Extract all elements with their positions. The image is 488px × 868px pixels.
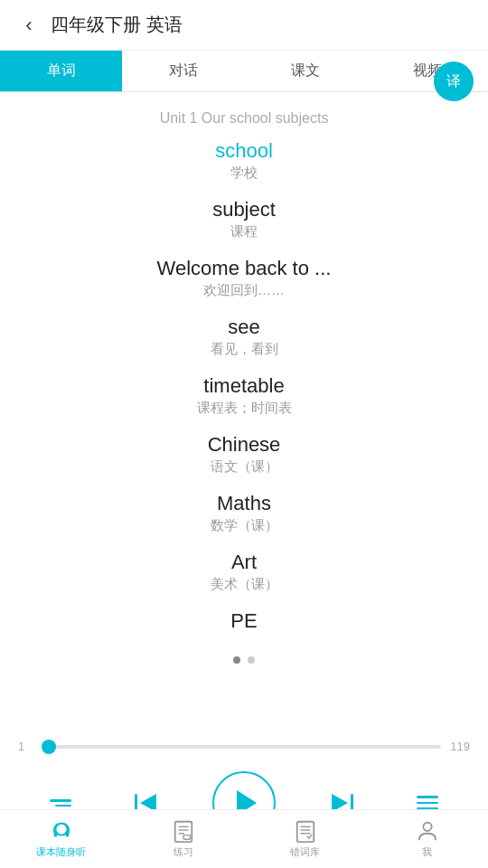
- word-chinese: 学校: [0, 165, 488, 182]
- word-item: PE: [0, 609, 488, 633]
- dot-2: [248, 656, 255, 664]
- translate-button[interactable]: 译: [434, 61, 474, 101]
- menu-icon: [417, 796, 438, 810]
- nav-item-wordbank[interactable]: 错词库: [244, 810, 366, 868]
- word-chinese: 课程: [0, 223, 488, 241]
- nav-label-practice: 练习: [174, 845, 193, 859]
- dot-1: [233, 656, 240, 664]
- word-english: Welcome back to ...: [0, 257, 488, 280]
- wordbank-icon: [294, 819, 317, 843]
- word-item: Art 美术（课）: [0, 551, 488, 593]
- progress-bar[interactable]: [45, 745, 441, 749]
- user-icon: [416, 819, 439, 843]
- word-chinese: 看见，看到: [0, 341, 488, 358]
- word-english: school: [0, 139, 488, 163]
- nav-label-wordbank: 错词库: [290, 845, 320, 859]
- back-icon: ‹: [25, 14, 32, 37]
- word-english: PE: [0, 609, 488, 633]
- svg-rect-11: [183, 835, 190, 840]
- practice-icon: [172, 819, 195, 843]
- progress-thumb: [42, 740, 56, 754]
- progress-bar-area: 1 119: [0, 731, 488, 762]
- word-item: Chinese 语文（课）: [0, 433, 488, 476]
- nav-item-me[interactable]: 我: [366, 810, 488, 868]
- nav-item-practice[interactable]: 练习: [122, 810, 244, 868]
- word-item: school 学校: [0, 139, 488, 182]
- tab-bar: 单词 对话 课文 视频: [0, 51, 488, 92]
- pagination-dots: [0, 649, 488, 671]
- nav-item-listen[interactable]: 课本随身听: [0, 810, 122, 868]
- back-button[interactable]: ‹: [14, 11, 43, 40]
- headphone-icon: [50, 819, 73, 843]
- word-english: Maths: [0, 492, 488, 515]
- tab-dialog[interactable]: 对话: [122, 51, 244, 91]
- tab-text[interactable]: 课文: [244, 51, 366, 91]
- word-item: timetable 课程表；时间表: [0, 374, 488, 417]
- shuffle-icon: [50, 799, 71, 807]
- word-chinese: 语文（课）: [0, 458, 488, 476]
- nav-label-listen: 课本随身听: [36, 845, 86, 859]
- tab-vocab[interactable]: 单词: [0, 51, 122, 91]
- word-item: Welcome back to ... 欢迎回到……: [0, 257, 488, 299]
- word-list: Unit 1 Our school subjects school 学校 sub…: [0, 92, 488, 731]
- word-chinese: 欢迎回到……: [0, 282, 488, 299]
- nav-label-me: 我: [422, 845, 432, 859]
- word-item: see 看见，看到: [0, 316, 488, 358]
- word-item: Maths 数学（课）: [0, 492, 488, 534]
- word-item: subject 课程: [0, 198, 488, 241]
- svg-point-16: [423, 823, 431, 831]
- header: ‹ 四年级下册 英语: [0, 0, 488, 51]
- page-title: 四年级下册 英语: [51, 13, 183, 37]
- word-english: Art: [0, 551, 488, 574]
- bottom-nav: 课本随身听 练习 错词库 我: [0, 809, 488, 868]
- word-chinese: 课程表；时间表: [0, 400, 488, 417]
- progress-total: 119: [450, 740, 470, 753]
- progress-current: 1: [18, 740, 36, 753]
- unit-title: Unit 1 Our school subjects: [0, 110, 488, 127]
- word-chinese: 美术（课）: [0, 576, 488, 593]
- word-english: timetable: [0, 374, 488, 398]
- word-chinese: 数学（课）: [0, 517, 488, 534]
- word-english: subject: [0, 198, 488, 222]
- word-english: Chinese: [0, 433, 488, 457]
- svg-rect-12: [296, 822, 314, 842]
- word-english: see: [0, 316, 488, 339]
